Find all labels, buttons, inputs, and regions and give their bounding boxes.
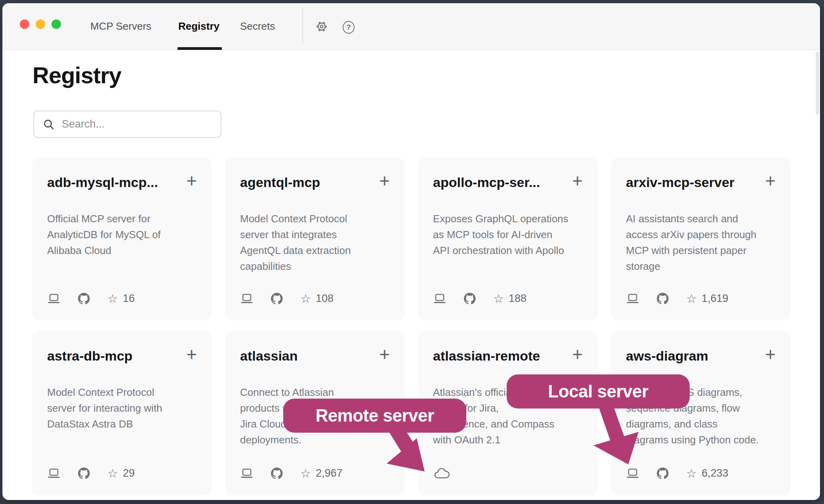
card-footer: ☆ 2,967 (240, 467, 342, 479)
server-card-aws-diagram[interactable]: aws-diagram + Generate AWS diagrams, seq… (611, 331, 791, 495)
settings-button[interactable] (316, 21, 328, 33)
card-footer (433, 468, 450, 479)
star-icon: ☆ (300, 293, 311, 305)
star-count-group: ☆ 108 (300, 292, 334, 305)
app-window: MCP Servers Registry Secrets ? (2, 3, 820, 500)
star-icon: ☆ (300, 468, 311, 479)
star-count: 6,233 (702, 467, 729, 479)
star-count-group: ☆ 2,967 (300, 467, 342, 479)
card-footer: ☆ 1,619 (626, 292, 728, 305)
star-count-group: ☆ 29 (107, 467, 135, 479)
server-name: apollo-mcp-ser... (433, 174, 540, 190)
laptop-icon (433, 294, 446, 304)
add-server-button[interactable]: + (186, 347, 197, 361)
page-title: Registry (32, 61, 121, 90)
server-name: aws-diagram (626, 348, 708, 364)
search-icon (43, 118, 55, 130)
add-server-button[interactable]: + (379, 347, 390, 361)
local-server-callout: Local server (507, 374, 690, 409)
server-name: atlassian-remote (433, 348, 540, 364)
server-description: Model Context Protocol server that integ… (240, 211, 390, 274)
github-icon[interactable] (271, 468, 283, 479)
server-description: Model Context Protocol server for intera… (47, 384, 197, 432)
star-icon: ☆ (493, 293, 504, 305)
tab-mcp-servers[interactable]: MCP Servers (90, 3, 151, 50)
server-name: agentql-mcp (240, 174, 320, 190)
search-input[interactable] (61, 118, 215, 131)
laptop-icon (626, 468, 639, 479)
tab-secrets[interactable]: Secrets (240, 3, 275, 50)
minimize-button[interactable] (36, 19, 45, 29)
laptop-icon (47, 294, 61, 304)
server-name: astra-db-mcp (47, 348, 132, 364)
add-server-button[interactable]: + (379, 174, 390, 188)
question-circle-icon: ? (343, 21, 355, 34)
server-grid: adb-mysql-mcp... + Official MCP server f… (32, 158, 791, 495)
help-button[interactable]: ? (343, 21, 355, 33)
toolbar-divider (302, 8, 303, 44)
server-card-astra-db[interactable]: astra-db-mcp + Model Context Protocol se… (32, 331, 212, 495)
server-card-adb-mysql[interactable]: adb-mysql-mcp... + Official MCP server f… (32, 158, 212, 321)
card-footer: ☆ 108 (240, 292, 334, 305)
server-name: atlassian (240, 348, 298, 364)
star-count-group: ☆ 6,233 (686, 467, 728, 479)
server-card-agentql[interactable]: agentql-mcp + Model Context Protocol ser… (225, 158, 405, 321)
laptop-icon (240, 294, 254, 304)
gear-icon (315, 20, 328, 34)
star-icon: ☆ (686, 293, 697, 305)
server-description: AI assistants search and access arXiv pa… (626, 211, 776, 274)
remote-server-callout: Remote server (283, 399, 466, 433)
server-description: Official MCP server for AnalyticDB for M… (47, 211, 197, 258)
laptop-icon (626, 294, 639, 304)
star-count: 1,619 (702, 292, 729, 305)
github-icon[interactable] (78, 468, 90, 479)
github-icon[interactable] (78, 293, 90, 305)
add-server-button[interactable]: + (186, 174, 197, 188)
close-button[interactable] (20, 19, 29, 29)
question-glyph: ? (347, 24, 351, 31)
desktop: MCP Servers Registry Secrets ? (0, 0, 824, 504)
star-count-group: ☆ 188 (493, 292, 526, 305)
star-icon: ☆ (107, 293, 118, 305)
star-count: 16 (123, 292, 135, 305)
add-server-button[interactable]: + (572, 174, 583, 188)
server-name: arxiv-mcp-server (626, 174, 734, 190)
tab-registry[interactable]: Registry (178, 3, 219, 50)
server-card-arxiv[interactable]: arxiv-mcp-server + AI assistants search … (611, 158, 791, 321)
laptop-icon (47, 468, 61, 479)
star-count-group: ☆ 1,619 (686, 292, 728, 305)
star-icon: ☆ (686, 468, 697, 479)
star-count: 2,967 (316, 467, 343, 479)
toolbar: MCP Servers Registry Secrets ? (2, 3, 820, 50)
github-icon[interactable] (271, 293, 283, 305)
server-card-apollo[interactable]: apollo-mcp-ser... + Exposes GraphQL oper… (418, 158, 598, 321)
card-footer: ☆ 6,233 (626, 467, 728, 479)
card-footer: ☆ 16 (47, 292, 135, 305)
star-icon: ☆ (107, 468, 118, 479)
star-count: 29 (123, 467, 135, 479)
search-box (33, 111, 221, 138)
github-icon[interactable] (657, 468, 669, 479)
active-tab-indicator (177, 47, 222, 50)
laptop-icon (240, 468, 254, 479)
zoom-button[interactable] (52, 19, 61, 29)
scrollbar-thumb[interactable] (816, 52, 819, 115)
add-server-button[interactable]: + (765, 174, 776, 188)
server-name: adb-mysql-mcp... (47, 174, 158, 190)
star-count: 108 (316, 292, 334, 305)
card-footer: ☆ 29 (47, 467, 135, 479)
cloud-icon (433, 468, 450, 479)
add-server-button[interactable]: + (572, 347, 583, 361)
card-footer: ☆ 188 (433, 292, 526, 305)
star-count: 188 (509, 292, 526, 305)
star-count-group: ☆ 16 (107, 292, 135, 305)
github-icon[interactable] (657, 293, 669, 305)
server-description: Exposes GraphQL operations as MCP tools … (433, 211, 583, 258)
add-server-button[interactable]: + (765, 347, 776, 361)
traffic-lights (20, 19, 61, 29)
github-icon[interactable] (464, 293, 476, 305)
